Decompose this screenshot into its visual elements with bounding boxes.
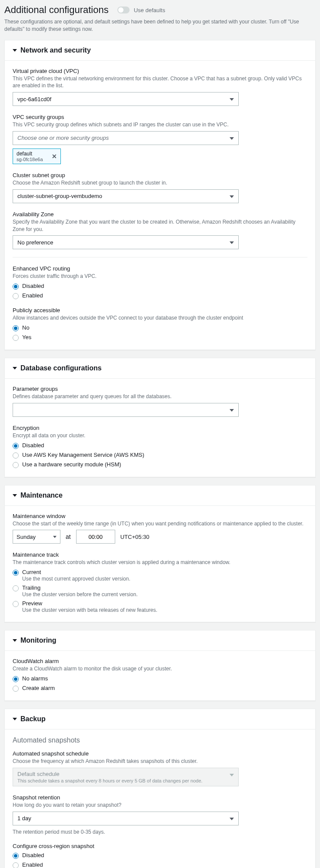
caret-down-icon <box>13 367 17 370</box>
retention-select[interactable]: 1 day <box>13 812 239 825</box>
enc-hsm-radio[interactable]: Use a hardware security module (HSM) <box>13 461 307 468</box>
schedule-select: Default schedule This schedule takes a s… <box>13 768 239 786</box>
cross-enabled-radio[interactable]: Enabled <box>13 861 307 868</box>
subnet-label: Cluster subnet group <box>13 172 307 178</box>
caret-down-icon <box>13 494 17 497</box>
enc-kms-radio[interactable]: Use AWS Key Management Service (AWS KMS) <box>13 452 307 459</box>
divider <box>13 257 307 257</box>
enc-label: Encryption <box>13 425 307 431</box>
mw-label: Maintenance window <box>13 513 307 519</box>
public-desc: Allow instances and devices outside the … <box>13 314 307 322</box>
track-trailing-radio[interactable]: TrailingUse the cluster version before t… <box>13 584 307 597</box>
caret-down-icon <box>13 639 17 642</box>
maintenance-header[interactable]: Maintenance <box>5 485 315 505</box>
sg-select[interactable]: Choose one or more security groups <box>13 131 239 145</box>
subnet-select[interactable]: cluster-subnet-group-vembudemo <box>13 189 239 203</box>
page-title: Additional configurations <box>4 4 109 16</box>
backup-title: Backup <box>20 715 46 723</box>
enc-disabled-radio[interactable]: Disabled <box>13 442 307 449</box>
use-defaults-label: Use defaults <box>134 7 165 13</box>
sg-tag: default sg-0fc18e6a ✕ <box>13 149 61 164</box>
vpc-select[interactable]: vpc-6a61cd0f <box>13 92 239 106</box>
evr-desc: Forces cluster traffic through a VPC. <box>13 273 307 280</box>
track-preview-radio[interactable]: PreviewUse the cluster version with beta… <box>13 600 307 613</box>
subnet-desc: Choose the Amazon Redshift subnet group … <box>13 179 307 187</box>
pg-label: Parameter groups <box>13 386 307 392</box>
cw-none-radio[interactable]: No alarms <box>13 675 307 682</box>
evr-disabled-radio[interactable]: Disabled <box>13 283 307 290</box>
mw-day-select[interactable]: Sunday <box>13 530 60 544</box>
cw-create-radio[interactable]: Create alarm <box>13 685 307 692</box>
az-select[interactable]: No preference <box>13 235 239 249</box>
public-label: Publicly accessible <box>13 307 307 314</box>
network-security-panel: Network and security Virtual private clo… <box>4 40 316 350</box>
mw-timezone: UTC+05:30 <box>120 534 150 540</box>
sg-desc: This VPC security group defines which su… <box>13 121 307 129</box>
mw-at-label: at <box>66 533 71 540</box>
pg-desc: Defines database parameter and query que… <box>13 393 307 400</box>
retention-desc: How long do you want to retain your snap… <box>13 802 307 809</box>
network-security-title: Network and security <box>20 46 91 54</box>
mw-time-input[interactable] <box>76 530 115 544</box>
database-config-header[interactable]: Database configurations <box>5 358 315 378</box>
schedule-desc: Choose the frequency at which Amazon Red… <box>13 758 307 765</box>
caret-down-icon <box>13 718 17 720</box>
database-config-title: Database configurations <box>20 364 102 372</box>
cw-desc: Create a CloudWatch alarm to monitor the… <box>13 665 307 673</box>
network-security-header[interactable]: Network and security <box>5 40 315 60</box>
track-current-radio[interactable]: CurrentUse the most current approved clu… <box>13 569 307 582</box>
monitoring-title: Monitoring <box>20 637 57 644</box>
enc-desc: Encrypt all data on your cluster. <box>13 432 307 439</box>
public-yes-radio[interactable]: Yes <box>13 334 307 341</box>
monitoring-panel: Monitoring CloudWatch alarm Create a Clo… <box>4 630 316 701</box>
vpc-label: Virtual private cloud (VPC) <box>13 68 307 74</box>
cross-region-label: Configure cross-region snapshot <box>13 843 307 849</box>
az-desc: Specify the Availability Zone that you w… <box>13 218 307 233</box>
retention-note: The retention period must be 0-35 days. <box>13 829 307 835</box>
az-label: Availability Zone <box>13 211 307 218</box>
monitoring-header[interactable]: Monitoring <box>5 630 315 650</box>
sg-tag-remove-icon[interactable]: ✕ <box>52 153 57 160</box>
track-desc: The maintenance track controls which clu… <box>13 559 307 566</box>
backup-panel: Backup Automated snapshots Automated sna… <box>4 709 316 868</box>
cross-disabled-radio[interactable]: Disabled <box>13 852 307 859</box>
sg-tag-name: default <box>17 151 43 157</box>
retention-label: Snapshot retention <box>13 794 307 801</box>
public-no-radio[interactable]: No <box>13 324 307 331</box>
sg-label: VPC security groups <box>13 114 307 120</box>
database-config-panel: Database configurations Parameter groups… <box>4 358 316 477</box>
backup-header[interactable]: Backup <box>5 709 315 729</box>
track-label: Maintenance track <box>13 551 307 558</box>
maintenance-panel: Maintenance Maintenance window Choose th… <box>4 485 316 623</box>
page-description: These configurations are optional, and d… <box>4 18 316 33</box>
evr-label: Enhanced VPC routing <box>13 265 307 272</box>
auto-snapshots-subtitle: Automated snapshots <box>13 736 307 744</box>
cw-label: CloudWatch alarm <box>13 658 307 664</box>
maintenance-title: Maintenance <box>20 492 63 499</box>
pg-select[interactable] <box>13 403 239 417</box>
vpc-desc: This VPC defines the virtual networking … <box>13 75 307 90</box>
use-defaults-toggle[interactable] <box>117 7 130 13</box>
evr-enabled-radio[interactable]: Enabled <box>13 292 307 299</box>
schedule-label: Automated snapshot schedule <box>13 750 307 757</box>
caret-down-icon <box>13 49 17 52</box>
sg-tag-id: sg-0fc18e6a <box>17 157 43 162</box>
mw-desc: Choose the start of the weekly time rang… <box>13 520 307 528</box>
